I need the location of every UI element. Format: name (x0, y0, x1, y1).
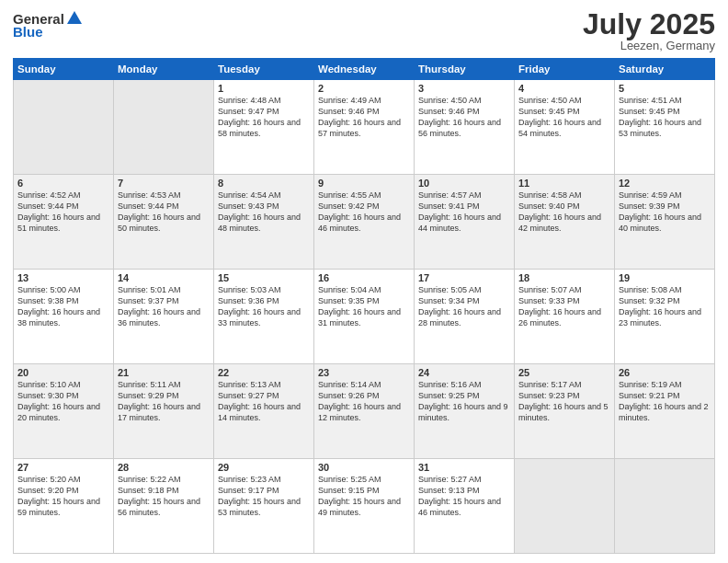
day-info: Sunrise: 4:58 AMSunset: 9:40 PMDaylight:… (518, 190, 610, 235)
day-info: Sunrise: 5:01 AMSunset: 9:37 PMDaylight:… (118, 284, 210, 329)
day-number: 13 (17, 272, 109, 283)
day-info: Sunrise: 5:13 AMSunset: 9:27 PMDaylight:… (218, 379, 310, 424)
calendar-cell: 22Sunrise: 5:13 AMSunset: 9:27 PMDayligh… (214, 364, 314, 459)
calendar-cell: 20Sunrise: 5:10 AMSunset: 9:30 PMDayligh… (14, 364, 114, 459)
calendar-cell (615, 459, 715, 554)
day-number: 11 (518, 178, 610, 189)
calendar-cell: 7Sunrise: 4:53 AMSunset: 9:44 PMDaylight… (114, 175, 214, 270)
calendar-cell (515, 459, 615, 554)
day-number: 8 (218, 178, 310, 189)
weekday-header-friday: Friday (515, 59, 615, 80)
day-info: Sunrise: 4:53 AMSunset: 9:44 PMDaylight:… (118, 190, 210, 235)
calendar-week-row: 13Sunrise: 5:00 AMSunset: 9:38 PMDayligh… (14, 270, 715, 364)
day-number: 9 (318, 178, 410, 189)
weekday-header-row: SundayMondayTuesdayWednesdayThursdayFrid… (14, 59, 715, 80)
weekday-header-sunday: Sunday (14, 59, 114, 80)
day-info: Sunrise: 5:11 AMSunset: 9:29 PMDaylight:… (118, 379, 210, 424)
day-number: 4 (518, 83, 610, 94)
day-number: 25 (518, 367, 610, 378)
day-number: 29 (218, 462, 310, 473)
calendar-cell: 9Sunrise: 4:55 AMSunset: 9:42 PMDaylight… (314, 175, 415, 270)
day-info: Sunrise: 5:20 AMSunset: 9:20 PMDaylight:… (17, 474, 109, 519)
calendar-cell: 5Sunrise: 4:51 AMSunset: 9:45 PMDaylight… (615, 80, 715, 175)
day-info: Sunrise: 5:17 AMSunset: 9:23 PMDaylight:… (518, 379, 610, 424)
weekday-header-thursday: Thursday (415, 59, 515, 80)
day-number: 18 (518, 272, 610, 283)
day-number: 6 (17, 178, 109, 189)
calendar-cell: 8Sunrise: 4:54 AMSunset: 9:43 PMDaylight… (214, 175, 314, 270)
day-info: Sunrise: 4:59 AMSunset: 9:39 PMDaylight:… (619, 190, 711, 235)
calendar-cell: 10Sunrise: 4:57 AMSunset: 9:41 PMDayligh… (415, 175, 515, 270)
day-info: Sunrise: 5:07 AMSunset: 9:33 PMDaylight:… (518, 284, 610, 329)
calendar-week-row: 20Sunrise: 5:10 AMSunset: 9:30 PMDayligh… (14, 364, 715, 459)
weekday-header-saturday: Saturday (615, 59, 715, 80)
calendar-cell: 15Sunrise: 5:03 AMSunset: 9:36 PMDayligh… (214, 270, 314, 364)
calendar-cell: 3Sunrise: 4:50 AMSunset: 9:46 PMDaylight… (415, 80, 515, 175)
day-info: Sunrise: 5:16 AMSunset: 9:25 PMDaylight:… (418, 379, 510, 424)
day-info: Sunrise: 4:51 AMSunset: 9:45 PMDaylight:… (619, 95, 711, 140)
day-number: 23 (318, 367, 410, 378)
calendar-cell: 11Sunrise: 4:58 AMSunset: 9:40 PMDayligh… (515, 175, 615, 270)
weekday-header-monday: Monday (114, 59, 214, 80)
day-info: Sunrise: 5:10 AMSunset: 9:30 PMDaylight:… (17, 379, 109, 424)
day-info: Sunrise: 4:50 AMSunset: 9:46 PMDaylight:… (418, 95, 510, 140)
day-number: 24 (418, 367, 510, 378)
calendar-cell: 14Sunrise: 5:01 AMSunset: 9:37 PMDayligh… (114, 270, 214, 364)
calendar-cell: 31Sunrise: 5:27 AMSunset: 9:13 PMDayligh… (415, 459, 515, 554)
day-info: Sunrise: 5:27 AMSunset: 9:13 PMDaylight:… (418, 474, 510, 519)
calendar-cell: 27Sunrise: 5:20 AMSunset: 9:20 PMDayligh… (14, 459, 114, 554)
title-block: July 2025 Leezen, Germany (583, 9, 715, 52)
day-number: 22 (218, 367, 310, 378)
day-info: Sunrise: 5:00 AMSunset: 9:38 PMDaylight:… (17, 284, 109, 329)
day-info: Sunrise: 4:49 AMSunset: 9:46 PMDaylight:… (318, 95, 410, 140)
calendar-cell: 19Sunrise: 5:08 AMSunset: 9:32 PMDayligh… (615, 270, 715, 364)
page: General Blue July 2025 Leezen, Germany S… (0, 0, 728, 563)
day-number: 20 (17, 367, 109, 378)
day-number: 7 (118, 178, 210, 189)
calendar-week-row: 6Sunrise: 4:52 AMSunset: 9:44 PMDaylight… (14, 175, 715, 270)
day-number: 28 (118, 462, 210, 473)
calendar-cell: 17Sunrise: 5:05 AMSunset: 9:34 PMDayligh… (415, 270, 515, 364)
day-number: 2 (318, 83, 410, 94)
weekday-header-tuesday: Tuesday (214, 59, 314, 80)
day-number: 27 (17, 462, 109, 473)
day-number: 5 (619, 83, 711, 94)
day-info: Sunrise: 5:19 AMSunset: 9:21 PMDaylight:… (619, 379, 711, 424)
day-info: Sunrise: 5:23 AMSunset: 9:17 PMDaylight:… (218, 474, 310, 519)
calendar-week-row: 27Sunrise: 5:20 AMSunset: 9:20 PMDayligh… (14, 459, 715, 554)
calendar-cell: 29Sunrise: 5:23 AMSunset: 9:17 PMDayligh… (214, 459, 314, 554)
calendar-cell (14, 80, 114, 175)
day-info: Sunrise: 4:50 AMSunset: 9:45 PMDaylight:… (518, 95, 610, 140)
calendar-cell: 16Sunrise: 5:04 AMSunset: 9:35 PMDayligh… (314, 270, 415, 364)
day-number: 12 (619, 178, 711, 189)
day-number: 15 (218, 272, 310, 283)
day-info: Sunrise: 5:22 AMSunset: 9:18 PMDaylight:… (118, 474, 210, 519)
calendar-cell: 21Sunrise: 5:11 AMSunset: 9:29 PMDayligh… (114, 364, 214, 459)
day-info: Sunrise: 4:57 AMSunset: 9:41 PMDaylight:… (418, 190, 510, 235)
calendar-cell: 4Sunrise: 4:50 AMSunset: 9:45 PMDaylight… (515, 80, 615, 175)
calendar-title: July 2025 (583, 9, 715, 39)
day-info: Sunrise: 5:05 AMSunset: 9:34 PMDaylight:… (418, 284, 510, 329)
logo-blue-text: Blue (13, 24, 43, 40)
day-number: 21 (118, 367, 210, 378)
calendar-cell: 2Sunrise: 4:49 AMSunset: 9:46 PMDaylight… (314, 80, 415, 175)
header: General Blue July 2025 Leezen, Germany (13, 9, 715, 52)
calendar-table: SundayMondayTuesdayWednesdayThursdayFrid… (13, 58, 715, 554)
calendar-cell: 13Sunrise: 5:00 AMSunset: 9:38 PMDayligh… (14, 270, 114, 364)
logo: General Blue (13, 9, 84, 40)
weekday-header-wednesday: Wednesday (314, 59, 415, 80)
day-info: Sunrise: 4:52 AMSunset: 9:44 PMDaylight:… (17, 190, 109, 235)
calendar-cell: 28Sunrise: 5:22 AMSunset: 9:18 PMDayligh… (114, 459, 214, 554)
calendar-cell: 30Sunrise: 5:25 AMSunset: 9:15 PMDayligh… (314, 459, 415, 554)
day-number: 30 (318, 462, 410, 473)
day-number: 14 (118, 272, 210, 283)
day-number: 16 (318, 272, 410, 283)
day-info: Sunrise: 5:14 AMSunset: 9:26 PMDaylight:… (318, 379, 410, 424)
svg-marker-0 (67, 11, 82, 24)
day-info: Sunrise: 4:55 AMSunset: 9:42 PMDaylight:… (318, 190, 410, 235)
day-info: Sunrise: 5:08 AMSunset: 9:32 PMDaylight:… (619, 284, 711, 329)
day-number: 19 (619, 272, 711, 283)
day-info: Sunrise: 5:03 AMSunset: 9:36 PMDaylight:… (218, 284, 310, 329)
day-info: Sunrise: 4:54 AMSunset: 9:43 PMDaylight:… (218, 190, 310, 235)
day-info: Sunrise: 5:04 AMSunset: 9:35 PMDaylight:… (318, 284, 410, 329)
